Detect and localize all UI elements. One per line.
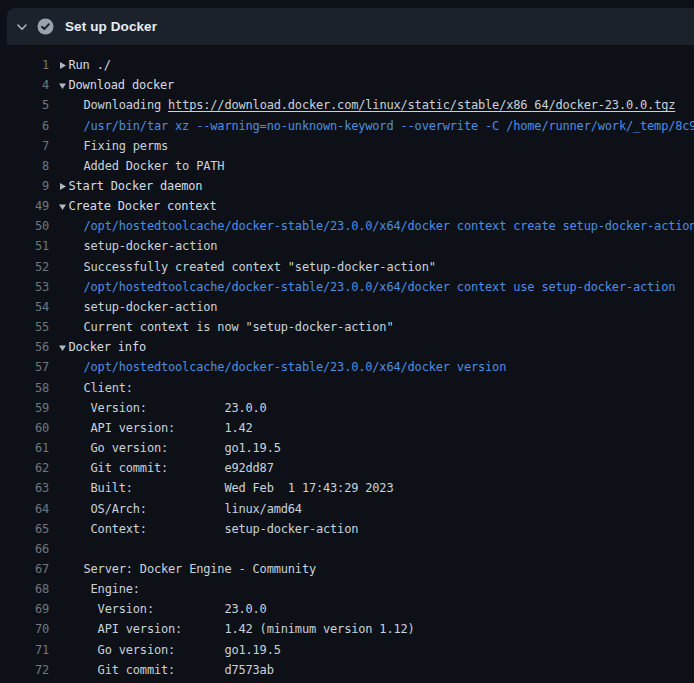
line-number[interactable]: 67 (0, 562, 49, 576)
log-line: 61 Go version: go1.19.5 (0, 438, 694, 458)
log-line: 50/opt/hostedtoolcache/docker-stable/23.… (0, 216, 694, 236)
log-text: Go version: go1.19.5 (84, 441, 281, 455)
log-container: 1Run ./4Download docker5Downloading http… (0, 45, 694, 683)
log-line: 52Successfully created context "setup-do… (0, 257, 694, 277)
log-line: 59 Version: 23.0.0 (0, 398, 694, 418)
line-number[interactable]: 62 (0, 461, 49, 475)
line-number[interactable]: 68 (0, 582, 49, 596)
log-group-title: Start Docker daemon (69, 179, 203, 193)
log-group-title: Create Docker context (69, 199, 217, 213)
triangle-right-icon[interactable] (58, 182, 69, 191)
log-url-link[interactable]: https://download.docker.com/linux/static… (168, 98, 675, 112)
line-number[interactable]: 71 (0, 643, 49, 657)
log-group-title: Run ./ (69, 58, 111, 72)
log-text: Client: (84, 381, 133, 395)
log-group-toggle[interactable]: Download docker (58, 78, 174, 92)
log-line: 57/opt/hostedtoolcache/docker-stable/23.… (0, 357, 694, 377)
log-group-toggle[interactable]: Start Docker daemon (58, 179, 202, 193)
line-number[interactable]: 64 (0, 502, 49, 516)
line-number[interactable]: 70 (0, 622, 49, 636)
log-text: Go version: go1.19.5 (84, 643, 281, 657)
line-number[interactable]: 7 (0, 139, 49, 153)
log-line: 51setup-docker-action (0, 236, 694, 256)
step-title: Set up Docker (65, 19, 157, 34)
log-group-line: 56Docker info (0, 337, 694, 357)
log-group-toggle[interactable]: Run ./ (58, 58, 111, 72)
line-number[interactable]: 9 (0, 179, 49, 193)
log-text: Git commit: e92dd87 (84, 461, 274, 475)
log-group-line: 9Start Docker daemon (0, 176, 694, 196)
log-group-title: Docker info (69, 340, 147, 354)
log-command-text: /opt/hostedtoolcache/docker-stable/23.0.… (84, 219, 694, 233)
log-text: API version: 1.42 (84, 421, 253, 435)
log-text: Server: Docker Engine - Community (84, 562, 316, 576)
log-text: Added Docker to PATH (84, 159, 225, 173)
log-text: OS/Arch: linux/amd64 (84, 502, 302, 516)
log-text: Context: setup-docker-action (84, 522, 359, 536)
log-command-text: /usr/bin/tar xz --warning=no-unknown-key… (84, 119, 694, 133)
line-number[interactable]: 5 (0, 98, 49, 112)
line-number[interactable]: 51 (0, 239, 49, 253)
triangle-right-icon[interactable] (58, 61, 69, 70)
line-number[interactable]: 69 (0, 602, 49, 616)
line-number[interactable]: 59 (0, 401, 49, 415)
line-number[interactable]: 58 (0, 381, 49, 395)
log-line: 71 Go version: go1.19.5 (0, 640, 694, 660)
line-number[interactable]: 6 (0, 119, 49, 133)
line-number[interactable]: 56 (0, 340, 49, 354)
line-number[interactable]: 66 (0, 542, 49, 556)
log-command-text: /opt/hostedtoolcache/docker-stable/23.0.… (84, 280, 676, 294)
log-group-toggle[interactable]: Docker info (58, 340, 146, 354)
log-line: 55Current context is now "setup-docker-a… (0, 317, 694, 337)
line-number[interactable]: 57 (0, 360, 49, 374)
log-group-line: 1Run ./ (0, 55, 694, 75)
log-text: Git commit: d7573ab (84, 663, 274, 677)
line-number[interactable]: 50 (0, 219, 49, 233)
log-line: 63 Built: Wed Feb 1 17:43:29 2023 (0, 478, 694, 498)
triangle-down-icon[interactable] (58, 343, 69, 352)
line-number[interactable]: 72 (0, 663, 49, 677)
log-line: 70 API version: 1.42 (minimum version 1.… (0, 619, 694, 639)
log-line: 60 API version: 1.42 (0, 418, 694, 438)
line-number[interactable]: 1 (0, 58, 49, 72)
log-text: API version: 1.42 (minimum version 1.12) (84, 622, 415, 636)
log-line: 72 Git commit: d7573ab (0, 660, 694, 680)
log-line: 6/usr/bin/tar xz --warning=no-unknown-ke… (0, 115, 694, 135)
line-number[interactable]: 63 (0, 481, 49, 495)
log-text: setup-docker-action (84, 300, 218, 314)
log-line: 54setup-docker-action (0, 297, 694, 317)
line-number[interactable]: 49 (0, 199, 49, 213)
line-number[interactable]: 8 (0, 159, 49, 173)
log-line: 69 Version: 23.0.0 (0, 599, 694, 619)
log-command-text: /opt/hostedtoolcache/docker-stable/23.0.… (84, 360, 507, 374)
step-header[interactable]: Set up Docker (7, 8, 694, 45)
line-number[interactable]: 55 (0, 320, 49, 334)
log-line: 64 OS/Arch: linux/amd64 (0, 498, 694, 518)
line-number[interactable]: 54 (0, 300, 49, 314)
line-number[interactable]: 4 (0, 78, 49, 92)
log-text: setup-docker-action (84, 239, 218, 253)
line-number[interactable]: 60 (0, 421, 49, 435)
line-number[interactable]: 61 (0, 441, 49, 455)
log-text: Version: 23.0.0 (84, 401, 267, 415)
log-line: 8Added Docker to PATH (0, 156, 694, 176)
line-number[interactable]: 52 (0, 260, 49, 274)
chevron-down-icon[interactable] (7, 21, 37, 33)
log-group-toggle[interactable]: Create Docker context (58, 199, 216, 213)
log-line: 7Fixing perms (0, 136, 694, 156)
log-text: Successfully created context "setup-dock… (84, 260, 436, 274)
line-number[interactable]: 53 (0, 280, 49, 294)
log-line: 67Server: Docker Engine - Community (0, 559, 694, 579)
log-group-line: 4Download docker (0, 75, 694, 95)
log-text: Current context is now "setup-docker-act… (84, 320, 394, 334)
triangle-down-icon[interactable] (58, 202, 69, 211)
log-line: 65 Context: setup-docker-action (0, 519, 694, 539)
triangle-down-icon[interactable] (58, 81, 69, 90)
log-text-prefix: Downloading (84, 98, 169, 112)
log-group-title: Download docker (69, 78, 175, 92)
log-text: Downloading https://download.docker.com/… (84, 98, 676, 112)
line-number[interactable]: 65 (0, 522, 49, 536)
log-text: Engine: (84, 582, 140, 596)
log-text: Version: 23.0.0 (84, 602, 267, 616)
log-text: Fixing perms (84, 139, 169, 153)
